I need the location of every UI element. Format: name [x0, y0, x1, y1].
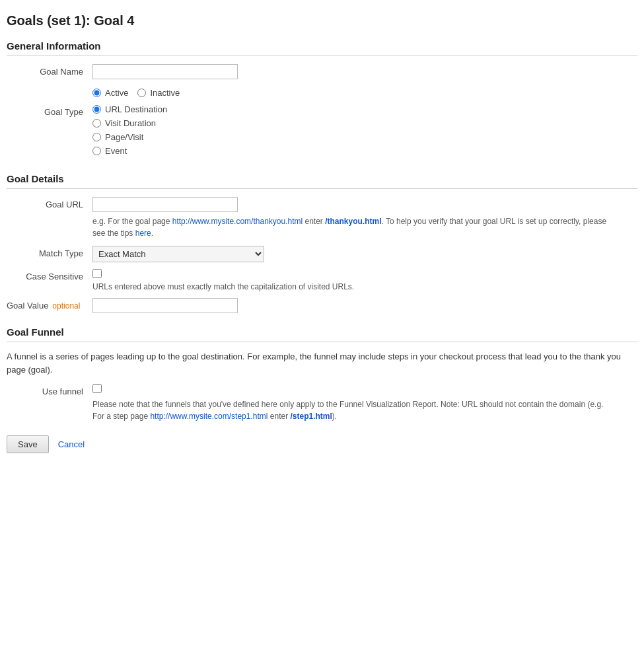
match-type-row: Match Type Exact Match Head Match Regula… [7, 246, 637, 262]
hint-middle: enter [303, 217, 325, 226]
inactive-radio[interactable] [137, 89, 146, 97]
goal-value-controls [92, 298, 637, 313]
goal-funnel-heading: Goal Funnel [7, 326, 637, 338]
goal-name-input[interactable] [92, 64, 238, 79]
hint-here-link[interactable]: here [135, 229, 151, 238]
case-sensitive-label: Case Sensitive [7, 269, 92, 281]
match-type-label: Match Type [7, 246, 92, 258]
case-sensitive-desc: URLs entered above must exactly match th… [92, 282, 637, 291]
goal-type-event-label[interactable]: Event [105, 146, 127, 156]
active-option: Active [92, 88, 128, 98]
case-sensitive-controls: URLs entered above must exactly match th… [92, 269, 637, 291]
save-button[interactable]: Save [7, 435, 49, 453]
funnel-note-middle: enter [268, 412, 290, 421]
goal-type-label: Goal Type [7, 104, 92, 117]
goal-type-page-visit: Page/Visit [92, 132, 637, 142]
hint-link2[interactable]: /thankyou.html [325, 217, 381, 226]
goal-type-row: Goal Type URL Destination Visit Duration… [7, 104, 637, 160]
use-funnel-label: Use funnel [7, 384, 92, 396]
section-divider-funnel [7, 342, 637, 342]
case-sensitive-row: Case Sensitive URLs entered above must e… [7, 269, 637, 291]
goal-type-event: Event [92, 146, 637, 156]
goal-value-label: Goal Value [7, 301, 48, 311]
goal-name-controls [92, 64, 637, 79]
goal-type-pagevisit-label[interactable]: Page/Visit [105, 132, 143, 142]
cancel-link[interactable]: Cancel [58, 439, 85, 449]
goal-name-label: Goal Name [7, 64, 92, 77]
use-funnel-controls: Please note that the funnels that you've… [92, 384, 637, 422]
goal-type-url-destination: URL Destination [92, 104, 637, 114]
goal-value-row: Goal Value optional [7, 298, 637, 313]
goal-name-row: Goal Name [7, 64, 637, 79]
match-type-controls: Exact Match Head Match Regular Expressio… [92, 246, 637, 262]
goal-url-controls: e.g. For the goal page http://www.mysite… [92, 197, 637, 239]
active-inactive-row: Active Inactive [7, 86, 637, 98]
page-title: Goals (set 1): Goal 4 [7, 13, 637, 28]
goal-type-event-radio[interactable] [92, 147, 101, 155]
use-funnel-checkbox[interactable] [92, 384, 102, 393]
goal-type-controls: URL Destination Visit Duration Page/Visi… [92, 104, 637, 160]
goal-value-input[interactable] [92, 298, 238, 313]
active-radio-label[interactable]: Active [105, 88, 128, 98]
active-inactive-controls: Active Inactive [92, 86, 637, 98]
goal-type-url-radio[interactable] [92, 105, 101, 114]
goal-type-duration-label[interactable]: Visit Duration [105, 118, 156, 128]
funnel-link1[interactable]: http://www.mysite.com/step1.html [150, 412, 268, 421]
inactive-radio-label[interactable]: Inactive [150, 88, 180, 98]
match-type-select[interactable]: Exact Match Head Match Regular Expressio… [92, 246, 264, 262]
use-funnel-row: Use funnel Please note that the funnels … [7, 384, 637, 422]
goal-url-label: Goal URL [7, 197, 92, 209]
goal-details-heading: Goal Details [7, 173, 637, 184]
goal-type-url-label[interactable]: URL Destination [105, 104, 167, 114]
goal-funnel-description: A funnel is a series of pages leading up… [7, 350, 627, 376]
hint-link1[interactable]: http://www.mysite.com/thankyou.html [172, 217, 303, 226]
goal-funnel-section: Goal Funnel A funnel is a series of page… [7, 326, 637, 422]
goal-value-optional-tag: optional [52, 301, 80, 311]
active-label-spacer [7, 86, 92, 89]
general-information-heading: General Information [7, 40, 637, 52]
general-information-section: General Information Goal Name Active Ina… [7, 40, 637, 160]
goal-details-section: Goal Details Goal URL e.g. For the goal … [7, 173, 637, 313]
goal-url-hint: e.g. For the goal page http://www.mysite… [92, 215, 608, 239]
goal-type-duration-radio[interactable] [92, 119, 101, 128]
goal-type-visit-duration: Visit Duration [92, 118, 637, 128]
active-radio[interactable] [92, 89, 101, 97]
hint-end: . [151, 229, 153, 238]
inactive-option: Inactive [137, 88, 180, 98]
hint-prefix: e.g. For the goal page [92, 217, 172, 226]
goal-url-input[interactable] [92, 197, 238, 212]
goal-url-row: Goal URL e.g. For the goal page http://w… [7, 197, 637, 239]
goal-type-pagevisit-radio[interactable] [92, 133, 101, 141]
funnel-note-suffix: ). [332, 412, 337, 421]
section-divider-details [7, 188, 637, 189]
button-row: Save Cancel [7, 435, 637, 453]
funnel-note: Please note that the funnels that you've… [92, 398, 608, 422]
section-divider-general [7, 56, 637, 56]
funnel-link2[interactable]: /step1.html [290, 412, 332, 421]
case-sensitive-checkbox[interactable] [92, 269, 102, 278]
goal-value-label-container: Goal Value optional [7, 298, 92, 311]
